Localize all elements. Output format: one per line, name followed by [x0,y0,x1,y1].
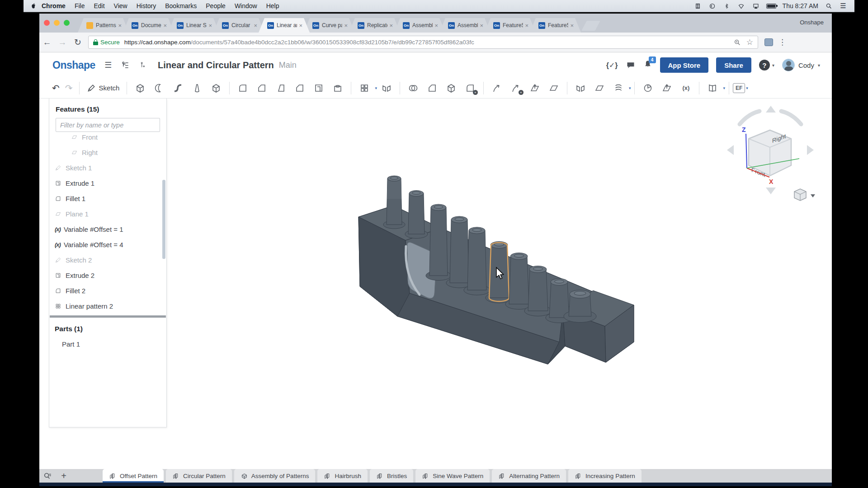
draft-button[interactable] [274,81,288,95]
browser-tab[interactable]: OnFeatureSc× [530,18,581,33]
transform-button[interactable] [444,81,458,95]
feature-item-fillet2[interactable]: Fillet 2 [49,283,166,298]
menu-help[interactable]: Help [262,2,284,9]
replace-face-button[interactable] [528,81,542,95]
sweep-button[interactable] [171,81,185,95]
tab-alternating-pattern[interactable]: Alternating Pattern [492,469,566,483]
menu-view[interactable]: View [109,2,132,9]
zoom-window-button[interactable] [64,20,70,26]
menu-chrome[interactable]: Chrome [37,2,70,9]
tab-close-icon[interactable]: × [525,22,528,29]
delete-part-button[interactable]: × [463,81,477,95]
browser-tab[interactable]: Patterns in× [78,18,129,33]
tab-close-icon[interactable]: × [163,22,167,29]
comments-icon[interactable] [626,61,636,70]
feature-item-linear-pattern2[interactable]: Linear pattern 2 [49,298,166,314]
feature-item-variable-offset-1[interactable]: (x)Variable #Offset = 1 [49,221,166,237]
help-caret-icon[interactable]: ▾ [772,63,774,68]
browser-tab[interactable]: OnFeatureSc× [485,18,536,33]
document-title[interactable]: Linear and Circular Pattern [158,60,274,70]
workspace-name[interactable]: Main [279,61,297,70]
fillet-button[interactable] [236,81,250,95]
onshape-logo[interactable]: Onshape [52,59,95,71]
menu-bookmarks[interactable]: Bookmarks [160,2,201,9]
user-name[interactable]: Cody [798,61,814,69]
tab-close-icon[interactable]: × [118,22,122,29]
feature-item-fillet1[interactable]: Fillet 1 [49,191,166,206]
zoom-page-icon[interactable] [734,39,741,46]
redo-button[interactable]: ↷ [65,83,73,94]
boolean-button[interactable] [406,81,420,95]
share-button[interactable]: Share [716,57,751,73]
help-button[interactable]: ? [759,60,770,70]
sketch-button[interactable]: Sketch [87,84,120,93]
chrome-menu-icon[interactable]: ⋮ [778,38,786,47]
tab-close-icon[interactable]: × [254,22,257,29]
linear-pattern-button[interactable] [358,81,371,95]
loft-button[interactable] [190,81,204,95]
tab-close-icon[interactable]: × [344,22,348,29]
wifi-icon[interactable] [737,2,745,9]
custom-features-dropdown-icon[interactable]: ▾ [723,86,725,90]
user-menu-caret-icon[interactable]: ▾ [818,63,820,68]
creative-cloud-icon[interactable] [708,2,717,9]
browser-tab-active[interactable]: OnLinear and× [259,18,310,33]
add-tab-button[interactable]: + [56,469,72,483]
feature-item-extrude1[interactable]: Extrude 1 [49,175,166,191]
mirror-button[interactable] [380,81,393,95]
feature-item-front[interactable]: Front [49,135,166,145]
insert-version-icon[interactable] [139,61,146,70]
featurescript-check-icon[interactable]: {✓} [606,61,618,70]
bluetooth-icon[interactable] [723,2,731,9]
part-item[interactable]: Part 1 [49,337,166,351]
spotlight-search-icon[interactable] [825,2,833,9]
feature-item-variable-offset-4[interactable]: (x)Variable #Offset = 4 [49,237,166,252]
plane-button[interactable] [593,81,606,95]
feature-item-plane1[interactable]: Plane 1 [49,206,166,221]
tab-bristles[interactable]: Bristles [370,469,413,483]
shell-button[interactable] [312,81,326,95]
menubar-clock[interactable]: Thu 8:27 AM [783,2,818,9]
browser-tab[interactable]: OnAssembly× [394,18,445,33]
chamfer-button[interactable] [255,81,269,95]
extrude-button[interactable] [133,81,147,95]
import-button[interactable] [660,81,674,95]
minimize-window-button[interactable] [54,20,60,26]
bookmark-star-icon[interactable]: ☆ [746,38,753,47]
move-face-button[interactable] [490,81,504,95]
tab-assembly-of-patterns[interactable]: Assembly of Patterns [234,469,316,483]
helix-button[interactable] [612,81,625,95]
offset-surface-button[interactable] [547,81,561,95]
film-strip-icon[interactable] [694,2,702,9]
tab-close-icon[interactable]: × [434,22,438,29]
helix-dropdown-icon[interactable]: ▾ [629,86,631,90]
new-tab-button[interactable] [581,21,600,31]
pattern-dropdown-icon[interactable]: ▾ [375,86,377,90]
apple-menu[interactable] [30,2,37,9]
menu-window[interactable]: Window [230,2,262,9]
address-bar[interactable]: Secure https://cad.onshape.com /document… [88,36,758,49]
sphere-button[interactable] [641,81,655,95]
tab-close-icon[interactable]: × [208,22,212,29]
versions-icon[interactable] [121,61,130,70]
tab-close-icon[interactable]: × [389,22,393,29]
features-scrollbar[interactable] [162,180,165,259]
close-window-button[interactable] [44,20,50,26]
thicken-button[interactable] [209,81,223,95]
menu-edit[interactable]: Edit [89,2,109,9]
search-tabs-icon[interactable] [39,469,56,483]
variable-button[interactable]: (x) [679,81,693,95]
undo-button[interactable]: ↶ [52,83,60,94]
browser-tab[interactable]: OnDocument× [123,18,174,33]
browser-tab[interactable]: OnCurve patt× [304,18,355,33]
battery-charging-icon[interactable] [766,4,776,9]
document-menu-icon[interactable]: ☰ [104,60,112,70]
forward-button[interactable]: → [55,38,70,47]
tab-circular-pattern[interactable]: Circular Pattern [166,469,232,483]
user-avatar[interactable] [782,59,795,71]
feature-item-extrude2[interactable]: Extrude 2 [49,267,166,283]
back-button[interactable]: ← [39,38,55,47]
tab-sine-wave-pattern[interactable]: Sine Wave Pattern [415,469,490,483]
reload-button[interactable]: ↻ [70,37,85,47]
enclose-button[interactable] [574,81,587,95]
